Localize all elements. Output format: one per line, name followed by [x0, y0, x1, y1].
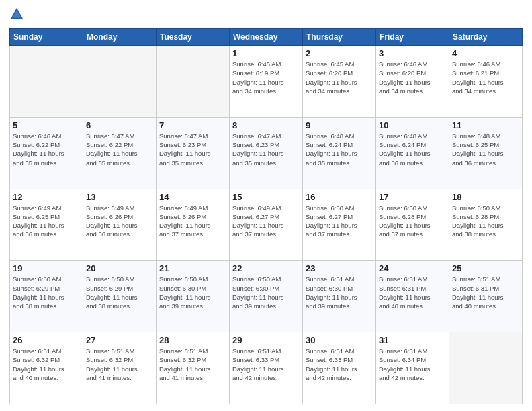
calendar-cell: 5Sunrise: 6:46 AM Sunset: 6:22 PM Daylig… [10, 117, 83, 189]
logo-area [9, 7, 27, 23]
calendar-cell: 10Sunrise: 6:48 AM Sunset: 6:24 PM Dayli… [376, 117, 449, 189]
calendar-week-1: 1Sunrise: 6:45 AM Sunset: 6:19 PM Daylig… [10, 46, 523, 118]
day-info: Sunrise: 6:50 AM Sunset: 6:28 PM Dayligh… [452, 203, 519, 239]
calendar-week-3: 12Sunrise: 6:49 AM Sunset: 6:25 PM Dayli… [10, 189, 523, 261]
day-number: 22 [232, 263, 300, 273]
calendar-cell [449, 332, 523, 404]
calendar-cell: 18Sunrise: 6:50 AM Sunset: 6:28 PM Dayli… [449, 189, 523, 261]
day-info: Sunrise: 6:49 AM Sunset: 6:26 PM Dayligh… [86, 203, 153, 239]
day-number: 29 [232, 335, 300, 345]
day-info: Sunrise: 6:46 AM Sunset: 6:21 PM Dayligh… [452, 60, 519, 95]
day-number: 12 [13, 192, 80, 202]
day-info: Sunrise: 6:47 AM Sunset: 6:22 PM Dayligh… [86, 132, 153, 167]
calendar-cell: 12Sunrise: 6:49 AM Sunset: 6:25 PM Dayli… [10, 189, 83, 261]
header [9, 7, 523, 23]
day-info: Sunrise: 6:49 AM Sunset: 6:27 PM Dayligh… [232, 203, 300, 239]
day-number: 31 [379, 335, 446, 345]
day-info: Sunrise: 6:46 AM Sunset: 6:20 PM Dayligh… [379, 60, 446, 95]
day-info: Sunrise: 6:45 AM Sunset: 6:20 PM Dayligh… [306, 60, 373, 95]
calendar-table: SundayMondayTuesdayWednesdayThursdayFrid… [9, 28, 523, 404]
day-number: 17 [379, 192, 446, 202]
day-number: 8 [232, 120, 300, 130]
calendar-cell: 6Sunrise: 6:47 AM Sunset: 6:22 PM Daylig… [83, 117, 157, 189]
day-info: Sunrise: 6:48 AM Sunset: 6:24 PM Dayligh… [306, 132, 373, 167]
day-info: Sunrise: 6:50 AM Sunset: 6:27 PM Dayligh… [306, 203, 373, 239]
calendar-cell: 24Sunrise: 6:51 AM Sunset: 6:31 PM Dayli… [376, 261, 449, 332]
calendar-cell: 11Sunrise: 6:48 AM Sunset: 6:25 PM Dayli… [449, 117, 523, 189]
day-info: Sunrise: 6:51 AM Sunset: 6:32 PM Dayligh… [86, 347, 153, 382]
day-number: 13 [86, 192, 153, 202]
day-number: 14 [159, 192, 226, 202]
calendar-cell: 22Sunrise: 6:50 AM Sunset: 6:30 PM Dayli… [230, 261, 303, 332]
calendar-cell: 7Sunrise: 6:47 AM Sunset: 6:23 PM Daylig… [157, 117, 230, 189]
day-number: 30 [306, 335, 373, 345]
calendar-cell: 21Sunrise: 6:50 AM Sunset: 6:30 PM Dayli… [157, 261, 230, 332]
day-number: 20 [86, 263, 153, 273]
calendar-cell: 8Sunrise: 6:47 AM Sunset: 6:23 PM Daylig… [230, 117, 303, 189]
day-info: Sunrise: 6:50 AM Sunset: 6:29 PM Dayligh… [86, 275, 153, 310]
day-info: Sunrise: 6:51 AM Sunset: 6:33 PM Dayligh… [232, 347, 300, 382]
day-info: Sunrise: 6:50 AM Sunset: 6:28 PM Dayligh… [379, 203, 446, 239]
day-number: 2 [306, 48, 373, 58]
day-info: Sunrise: 6:49 AM Sunset: 6:25 PM Dayligh… [13, 203, 80, 239]
weekday-header-tuesday: Tuesday [157, 29, 230, 46]
calendar-cell [10, 46, 83, 118]
calendar-cell: 15Sunrise: 6:49 AM Sunset: 6:27 PM Dayli… [230, 189, 303, 261]
day-info: Sunrise: 6:51 AM Sunset: 6:33 PM Dayligh… [306, 347, 373, 382]
day-number: 24 [379, 263, 446, 273]
calendar-cell: 27Sunrise: 6:51 AM Sunset: 6:32 PM Dayli… [83, 332, 157, 404]
day-number: 6 [86, 120, 153, 130]
calendar-week-4: 19Sunrise: 6:50 AM Sunset: 6:29 PM Dayli… [10, 261, 523, 332]
page: SundayMondayTuesdayWednesdayThursdayFrid… [0, 0, 532, 411]
calendar-cell: 28Sunrise: 6:51 AM Sunset: 6:32 PM Dayli… [157, 332, 230, 404]
day-info: Sunrise: 6:48 AM Sunset: 6:24 PM Dayligh… [379, 132, 446, 167]
day-number: 5 [13, 120, 80, 130]
calendar-cell: 26Sunrise: 6:51 AM Sunset: 6:32 PM Dayli… [10, 332, 83, 404]
day-info: Sunrise: 6:51 AM Sunset: 6:32 PM Dayligh… [13, 347, 80, 382]
day-number: 15 [232, 192, 300, 202]
day-number: 28 [159, 335, 226, 345]
day-info: Sunrise: 6:46 AM Sunset: 6:22 PM Dayligh… [13, 132, 80, 167]
calendar-cell: 20Sunrise: 6:50 AM Sunset: 6:29 PM Dayli… [83, 261, 157, 332]
calendar-header: SundayMondayTuesdayWednesdayThursdayFrid… [10, 29, 523, 46]
day-info: Sunrise: 6:51 AM Sunset: 6:31 PM Dayligh… [379, 275, 446, 310]
calendar-cell: 31Sunrise: 6:51 AM Sunset: 6:34 PM Dayli… [376, 332, 449, 404]
day-number: 11 [452, 120, 519, 130]
day-number: 1 [232, 48, 300, 58]
logo-icon [9, 7, 24, 21]
calendar-cell: 23Sunrise: 6:51 AM Sunset: 6:30 PM Dayli… [303, 261, 376, 332]
calendar-cell: 19Sunrise: 6:50 AM Sunset: 6:29 PM Dayli… [10, 261, 83, 332]
calendar-cell: 29Sunrise: 6:51 AM Sunset: 6:33 PM Dayli… [230, 332, 303, 404]
day-info: Sunrise: 6:49 AM Sunset: 6:26 PM Dayligh… [159, 203, 226, 239]
day-number: 23 [306, 263, 373, 273]
calendar-cell: 13Sunrise: 6:49 AM Sunset: 6:26 PM Dayli… [83, 189, 157, 261]
weekday-header-saturday: Saturday [449, 29, 523, 46]
calendar-cell [83, 46, 157, 118]
day-number: 26 [13, 335, 80, 345]
day-info: Sunrise: 6:45 AM Sunset: 6:19 PM Dayligh… [232, 60, 300, 95]
day-number: 18 [452, 192, 519, 202]
calendar-cell: 4Sunrise: 6:46 AM Sunset: 6:21 PM Daylig… [449, 46, 523, 118]
calendar-cell: 9Sunrise: 6:48 AM Sunset: 6:24 PM Daylig… [303, 117, 376, 189]
weekday-header-sunday: Sunday [10, 29, 83, 46]
calendar-cell: 1Sunrise: 6:45 AM Sunset: 6:19 PM Daylig… [230, 46, 303, 118]
calendar-week-5: 26Sunrise: 6:51 AM Sunset: 6:32 PM Dayli… [10, 332, 523, 404]
day-number: 7 [159, 120, 226, 130]
day-info: Sunrise: 6:51 AM Sunset: 6:32 PM Dayligh… [159, 347, 226, 382]
calendar-cell: 3Sunrise: 6:46 AM Sunset: 6:20 PM Daylig… [376, 46, 449, 118]
day-info: Sunrise: 6:50 AM Sunset: 6:30 PM Dayligh… [232, 275, 300, 310]
weekday-header-monday: Monday [83, 29, 157, 46]
calendar-cell [157, 46, 230, 118]
calendar-cell: 2Sunrise: 6:45 AM Sunset: 6:20 PM Daylig… [303, 46, 376, 118]
calendar-body: 1Sunrise: 6:45 AM Sunset: 6:19 PM Daylig… [10, 46, 523, 404]
weekday-header-row: SundayMondayTuesdayWednesdayThursdayFrid… [10, 29, 523, 46]
day-number: 27 [86, 335, 153, 345]
day-info: Sunrise: 6:51 AM Sunset: 6:30 PM Dayligh… [306, 275, 373, 310]
day-info: Sunrise: 6:47 AM Sunset: 6:23 PM Dayligh… [232, 132, 300, 167]
day-info: Sunrise: 6:51 AM Sunset: 6:34 PM Dayligh… [379, 347, 446, 382]
weekday-header-friday: Friday [376, 29, 449, 46]
calendar-cell: 16Sunrise: 6:50 AM Sunset: 6:27 PM Dayli… [303, 189, 376, 261]
calendar-cell: 25Sunrise: 6:51 AM Sunset: 6:31 PM Dayli… [449, 261, 523, 332]
day-number: 21 [159, 263, 226, 273]
day-number: 16 [306, 192, 373, 202]
